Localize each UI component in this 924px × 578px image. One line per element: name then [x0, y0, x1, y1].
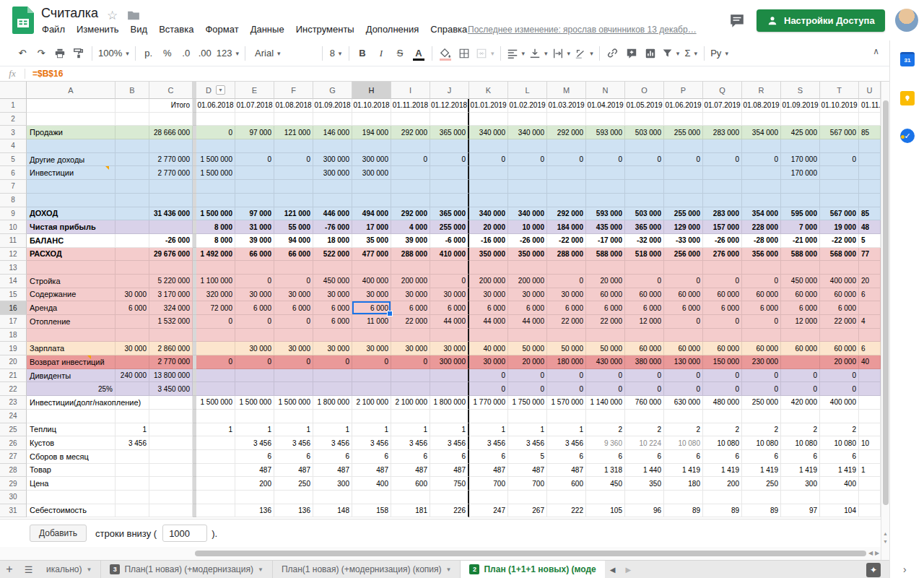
cell-E27[interactable]: 6 — [235, 450, 274, 464]
cell-F28[interactable]: 487 — [274, 464, 313, 478]
cell-N8[interactable] — [586, 194, 625, 207]
cell-U18[interactable] — [859, 329, 881, 342]
sheet-tab-2[interactable]: 3План(1 новая) (+модернизация)▼ — [101, 561, 273, 578]
cell-U11[interactable]: 5 — [859, 234, 881, 248]
cell-B17[interactable] — [116, 315, 149, 329]
cell-R13[interactable] — [742, 261, 781, 275]
row-header-30[interactable]: 30 — [0, 491, 27, 504]
cell-B30[interactable] — [116, 491, 149, 504]
cell-D9[interactable]: 1 500 000 — [196, 207, 235, 221]
cell-E13[interactable] — [235, 261, 274, 275]
cell-B29[interactable] — [116, 477, 149, 491]
cell-F9[interactable]: 121 000 — [274, 207, 313, 221]
cell-G3[interactable]: 146 000 — [313, 126, 352, 139]
cell-M18[interactable] — [547, 329, 586, 342]
cell-O9[interactable]: 503 000 — [625, 207, 664, 221]
cell-A1[interactable] — [27, 99, 116, 113]
cell-S1[interactable]: 01.09.2019 — [781, 99, 820, 113]
cell-M25[interactable]: 1 — [547, 423, 586, 437]
cell-R2[interactable] — [742, 113, 781, 126]
cell-L23[interactable]: 1 750 000 — [508, 396, 547, 410]
cell-H23[interactable]: 2 100 000 — [352, 396, 391, 410]
cell-J9[interactable]: 365 000 — [430, 207, 469, 221]
row-header-2[interactable]: 2 — [0, 113, 27, 126]
cell-J15[interactable]: 30 000 — [430, 288, 469, 302]
cell-F15[interactable]: 30 000 — [274, 288, 313, 302]
cell-B26[interactable]: 3 456 — [116, 436, 149, 450]
cell-O13[interactable] — [625, 261, 664, 275]
horizontal-scrollbar-thumb[interactable] — [195, 551, 866, 556]
cell-T19[interactable]: 60 000 — [820, 342, 859, 355]
cell-S16[interactable]: 6 000 — [781, 301, 820, 315]
comment-marker-icon[interactable] — [87, 355, 91, 359]
select-all-corner[interactable] — [0, 82, 27, 99]
cell-A21[interactable]: Дивиденты — [27, 369, 116, 383]
cell-D20[interactable]: 0 — [196, 355, 235, 369]
cell-G21[interactable] — [313, 369, 352, 383]
cell-F29[interactable]: 250 — [274, 477, 313, 491]
cell-E15[interactable]: 30 000 — [235, 288, 274, 302]
cell-L8[interactable] — [508, 194, 547, 207]
row-header-10[interactable]: 10 — [0, 220, 27, 234]
cell-P23[interactable]: 630 000 — [664, 396, 703, 410]
cell-H5[interactable]: 300 000 — [352, 153, 391, 167]
cell-A24[interactable] — [27, 410, 116, 423]
cell-I23[interactable]: 2 100 000 — [391, 396, 430, 410]
cell-J7[interactable] — [430, 180, 469, 194]
row-header-27[interactable]: 27 — [0, 450, 27, 464]
row-header-6[interactable]: 6 — [0, 166, 27, 180]
cell-P8[interactable] — [664, 194, 703, 207]
cell-B25[interactable]: 1 — [116, 423, 149, 437]
col-header-G[interactable]: G — [313, 82, 352, 99]
add-sheet-icon[interactable]: + — [0, 561, 19, 578]
cell-L12[interactable]: 350 000 — [508, 248, 547, 262]
cell-S14[interactable]: 450 000 — [781, 275, 820, 288]
cell-J28[interactable]: 487 — [430, 464, 469, 478]
cell-J30[interactable] — [430, 491, 469, 504]
cell-G17[interactable]: 6 000 — [313, 315, 352, 329]
cell-D14[interactable]: 1 100 000 — [196, 275, 235, 288]
cell-S6[interactable]: 170 000 — [781, 166, 820, 180]
cell-A16[interactable]: Аренда — [27, 301, 116, 315]
cell-H9[interactable]: 494 000 — [352, 207, 391, 221]
row-header-12[interactable]: 12 — [0, 248, 27, 262]
cell-O4[interactable] — [625, 139, 664, 153]
cell-S19[interactable]: 60 000 — [781, 342, 820, 355]
tab-menu-icon[interactable]: ▼ — [86, 566, 92, 573]
cell-I7[interactable] — [391, 180, 430, 194]
cell-H3[interactable]: 194 000 — [352, 126, 391, 139]
cell-N19[interactable]: 50 000 — [586, 342, 625, 355]
cell-R17[interactable]: 0 — [742, 315, 781, 329]
cell-T23[interactable]: 400 000 — [820, 396, 859, 410]
cell-S18[interactable] — [781, 329, 820, 342]
cell-N7[interactable] — [586, 180, 625, 194]
cell-L5[interactable]: 0 — [508, 153, 547, 167]
cell-P9[interactable]: 255 000 — [664, 207, 703, 221]
cell-E4[interactable] — [235, 139, 274, 153]
cell-M11[interactable]: -22 000 — [547, 234, 586, 248]
col-header-I[interactable]: I — [391, 82, 430, 99]
cell-B18[interactable] — [116, 329, 149, 342]
cell-D3[interactable]: 0 — [196, 126, 235, 139]
cell-O28[interactable]: 1 440 — [625, 464, 664, 478]
cell-F4[interactable] — [274, 139, 313, 153]
cell-J12[interactable]: 410 000 — [430, 248, 469, 262]
cell-B2[interactable] — [116, 113, 149, 126]
cell-H17[interactable]: 11 000 — [352, 315, 391, 329]
cell-F7[interactable] — [274, 180, 313, 194]
cell-R10[interactable]: 228 000 — [742, 220, 781, 234]
cell-Q23[interactable]: 480 000 — [703, 396, 742, 410]
functions-button[interactable]: Σ — [681, 44, 700, 63]
cell-Q6[interactable] — [703, 166, 742, 180]
cell-R31[interactable]: 89 — [742, 504, 781, 518]
cell-H16[interactable]: 6 000 — [352, 301, 391, 315]
cell-C10[interactable] — [149, 220, 193, 234]
cell-T3[interactable]: 567 000 — [820, 126, 859, 139]
cell-M7[interactable] — [547, 180, 586, 194]
cell-C11[interactable]: -26 000 — [149, 234, 193, 248]
row-header-21[interactable]: 21 — [0, 369, 27, 383]
cell-F12[interactable]: 66 000 — [274, 248, 313, 262]
cell-L9[interactable]: 340 000 — [508, 207, 547, 221]
cell-I31[interactable]: 181 — [391, 504, 430, 518]
scroll-left-icon[interactable]: ◀ — [868, 550, 873, 556]
